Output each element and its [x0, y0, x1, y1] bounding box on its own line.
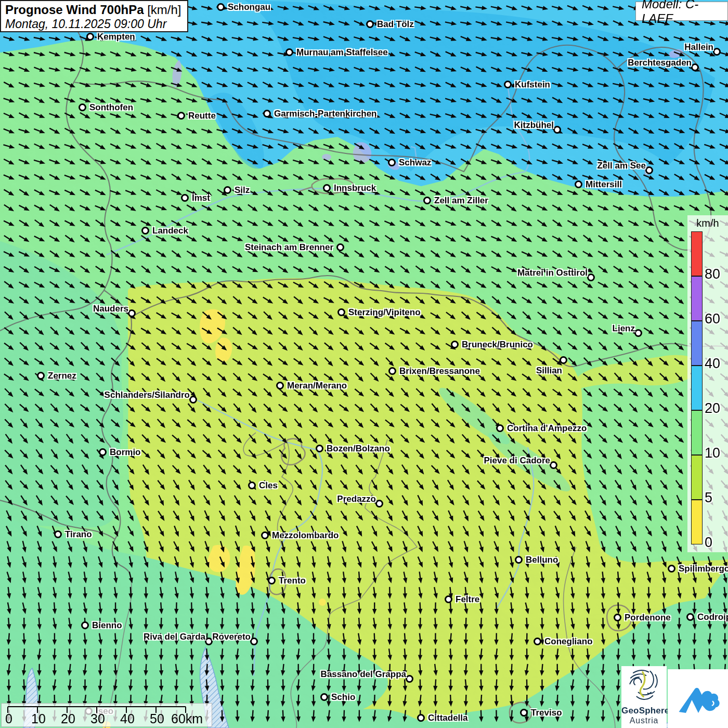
city-label: Codroipo	[697, 612, 728, 622]
city-label: Mittersill	[586, 179, 622, 190]
city-marker: Garmisch-Partenkirchen	[263, 110, 271, 118]
city-label: Belluno	[526, 555, 558, 565]
city-label: Reutte	[188, 111, 216, 121]
city-marker: Steinach am Brenner	[336, 243, 344, 251]
legend-value: 0	[705, 536, 712, 550]
legend-value: 10	[705, 446, 720, 460]
city-marker: Bormio	[99, 448, 107, 456]
city-marker: Bassano del Grappa	[406, 675, 413, 683]
city-marker: Imst	[181, 194, 189, 202]
city-marker: Sillian	[560, 356, 567, 364]
city-marker: Cortina d'Ampezzo	[496, 424, 504, 432]
city-label: Trento	[279, 576, 306, 586]
city-marker: Reutte	[177, 112, 185, 120]
city-marker: Schongau	[217, 3, 225, 11]
city-marker: Zell am See	[645, 166, 653, 174]
city-label: Zell am Ziller	[434, 196, 488, 206]
model-label: Modell: C-LAEF	[635, 2, 728, 21]
city-marker: Riva del Garda	[205, 638, 213, 645]
city-label: Zernez	[48, 371, 76, 381]
scale-tick-label: 30	[82, 712, 113, 725]
geosphere-country: Austria	[621, 716, 667, 725]
valid-time: Montag, 10.11.2025 09:00 Uhr	[5, 17, 183, 31]
page-title: Prognose Wind 700hPa [km/h]	[5, 3, 183, 17]
city-marker: Trento	[268, 577, 276, 584]
city-marker: Murnau am Staffelsee	[285, 48, 293, 56]
city-marker: Bienno	[81, 621, 89, 629]
city-label: Murnau am Staffelsee	[296, 47, 388, 58]
city-marker: Bruneck/Brunico	[451, 341, 459, 348]
city-label: Brixen/Bressanone	[399, 366, 480, 376]
city-marker: Cittadella	[417, 714, 425, 722]
city-label: Treviso	[531, 708, 562, 718]
city-label: Zell am See	[597, 161, 646, 171]
city-marker: Sonthofen	[79, 103, 86, 111]
city-marker: Feltre	[445, 595, 452, 603]
city-marker: Schwaz	[388, 159, 396, 166]
scale-bar: 0102030405060km	[1, 703, 212, 727]
city-marker: Bozen/Bolzano	[316, 445, 323, 452]
city-label: Spilimbergo	[679, 564, 728, 574]
city-marker: Hallein	[713, 48, 721, 56]
geosphere-swirl-icon	[626, 666, 663, 703]
city-marker: Codroipo	[686, 613, 694, 621]
legend-value: 5	[705, 491, 712, 505]
city-marker: Conegliano	[534, 638, 541, 645]
city-marker: Bad Tölz	[366, 20, 374, 28]
legend-block	[691, 276, 703, 321]
city-marker: Pieve di Cadore	[550, 461, 557, 469]
city-marker: Rovereto	[250, 638, 258, 645]
legend-title: km/h	[687, 217, 728, 229]
city-label: Nauders	[93, 304, 128, 314]
city-marker: Zernez	[37, 372, 45, 380]
city-marker: Belluno	[515, 556, 523, 564]
scale-tick-label: 40	[112, 712, 143, 725]
city-label: Bormio	[110, 447, 141, 458]
weather-map-screenshot: SchongauBad TölzKemptenMurnau am Staffel…	[0, 0, 728, 728]
title-box: Prognose Wind 700hPa [km/h] Montag, 10.1…	[0, 0, 188, 32]
city-label: Rovereto	[212, 632, 251, 642]
legend: km/h 806040201050	[687, 215, 728, 552]
city-label: Kitzbühel	[514, 120, 554, 131]
city-marker: Meran/Merano	[276, 382, 284, 389]
city-marker: Cles	[248, 482, 256, 489]
geosphere-name: GeoSphere	[621, 706, 667, 716]
city-marker: Landeck	[141, 227, 149, 235]
scale-tick-label: 0	[0, 712, 24, 725]
legend-block	[691, 500, 703, 544]
city-label: Sonthofen	[89, 102, 133, 113]
geosphere-logo: GeoSphere Austria	[621, 666, 667, 728]
mountain-cloud-logo	[668, 669, 728, 728]
city-marker: Kufstein	[504, 81, 512, 88]
city-marker: Pordenone	[614, 614, 621, 621]
city-label: Garmisch-Partenkirchen	[274, 109, 376, 119]
city-label: Schlanders/Silandro	[105, 390, 190, 400]
city-label: Landeck	[152, 226, 188, 236]
city-label: Meran/Merano	[287, 381, 347, 391]
city-label: Bassano del Grappa	[321, 669, 406, 680]
city-label: Matrei in Osttirol	[517, 268, 588, 278]
city-label: Feltre	[456, 594, 479, 605]
city-label: Conegliano	[544, 636, 593, 647]
city-marker: Spilimbergo	[668, 565, 675, 573]
city-label: Cles	[259, 480, 278, 491]
city-label: Bienno	[92, 620, 122, 631]
city-marker: Lienz	[634, 329, 642, 337]
city-label: Innsbruck	[334, 183, 376, 193]
city-label: Bad Tölz	[377, 19, 414, 30]
city-marker: Silz	[224, 186, 231, 194]
city-label: Pieve di Cadore	[484, 456, 550, 466]
city-label: Silz	[235, 185, 250, 196]
city-marker: Sterzing/Vipiteno	[337, 308, 345, 316]
city-label: Bozen/Bolzano	[327, 444, 390, 454]
legend-value: 80	[705, 267, 720, 281]
scale-tick-label: 50	[141, 712, 173, 725]
city-label: Steinach am Brenner	[245, 242, 333, 253]
city-marker: Innsbruck	[323, 184, 331, 192]
city-marker: Matrei in Osttirol	[587, 274, 595, 281]
city-marker: Schlanders/Silandro	[189, 396, 197, 404]
city-label: Lienz	[613, 323, 635, 334]
city-marker: Schio	[320, 693, 328, 701]
scale-tick-label: 10	[23, 712, 54, 725]
city-label: Riva del Garda	[144, 632, 205, 642]
